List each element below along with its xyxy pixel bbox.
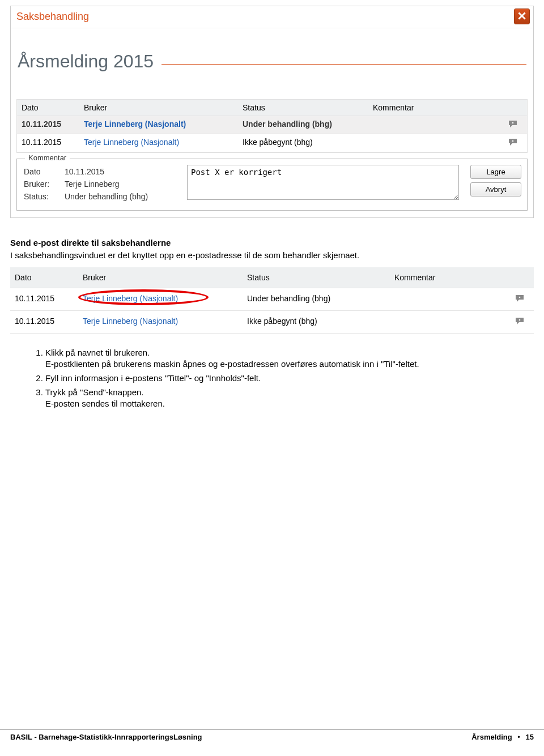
svg-point-1	[512, 140, 514, 142]
row-status: Under behandling (bhg)	[243, 288, 390, 311]
row-date: 10.11.2015	[10, 288, 78, 311]
col-header-comment: Kommentar	[368, 100, 499, 116]
comment-panel-legend: Kommentar	[25, 153, 70, 162]
table-row[interactable]: 10.11.2015 Terje Linneberg (Nasjonalt) I…	[10, 311, 534, 334]
row-date: 10.11.2015	[17, 134, 79, 152]
page-title: Årsmelding 2015	[18, 51, 162, 72]
section-heading: Send e-post direkte til saksbehandlerne	[10, 237, 534, 249]
row-user-link[interactable]: Terje Linneberg (Nasjonalt)	[83, 317, 178, 326]
row-user-cell: Terje Linneberg (Nasjonalt)	[78, 311, 243, 334]
instruction-main: Fyll inn informasjon i e-postens "Tittel…	[45, 373, 261, 383]
col-header-comment: Kommentar	[390, 267, 505, 288]
grid-screenshot: Dato Bruker Status Kommentar 10.11.2015 …	[10, 267, 534, 334]
page-title-divider	[162, 64, 526, 65]
instruction-item: Trykk på "Send"-knappen. E-posten sendes…	[45, 387, 527, 410]
instruction-item: Fyll inn informasjon i e-postens "Tittel…	[45, 373, 527, 385]
page-title-row: Årsmelding 2015	[11, 28, 533, 76]
row-comment	[368, 116, 499, 134]
table-row[interactable]: 10.11.2015 Terje Linneberg (Nasjonalt) U…	[17, 116, 527, 134]
svg-point-2	[519, 296, 521, 298]
row-comment-icon[interactable]	[499, 134, 527, 152]
save-button[interactable]: Lagre	[470, 165, 521, 179]
svg-point-3	[519, 319, 521, 321]
status-grid: Dato Bruker Status Kommentar 10.11.2015 …	[16, 99, 528, 153]
row-comment-icon[interactable]	[505, 311, 534, 334]
svg-point-0	[512, 122, 514, 124]
speech-bubble-icon	[515, 317, 524, 327]
col-header-user: Bruker	[79, 100, 238, 116]
speech-bubble-icon	[508, 119, 517, 130]
row-date: 10.11.2015	[10, 311, 78, 334]
footer-right: Årsmelding • 15	[471, 733, 534, 741]
instruction-main: Klikk på navnet til brukeren.	[45, 348, 150, 357]
speech-bubble-icon	[508, 138, 517, 148]
row-comment-icon[interactable]	[505, 288, 534, 311]
app-window: Saksbehandling Årsmelding 2015 Dato Bruk…	[10, 6, 534, 218]
comment-meta: Dato 10.11.2015 Bruker: Terje Linneberg …	[23, 165, 176, 203]
instruction-main: Trykk på "Send"-knappen.	[45, 387, 144, 397]
footer-section: Årsmelding	[471, 733, 512, 741]
footer-page: 15	[526, 733, 534, 741]
row-user-link[interactable]: Terje Linneberg (Nasjonalt)	[79, 134, 238, 152]
col-header-status: Status	[243, 267, 390, 288]
close-icon	[518, 12, 526, 22]
col-header-date: Dato	[17, 100, 79, 116]
row-comment	[368, 134, 499, 152]
bullet-icon: •	[517, 733, 520, 741]
instructions: Klikk på navnet til brukeren. E-postklie…	[0, 343, 544, 410]
row-status: Under behandling (bhg)	[238, 116, 368, 134]
meta-status-label: Status:	[24, 191, 63, 202]
speech-bubble-icon	[515, 294, 524, 305]
instruction-sub: E-posten sendes til mottakeren.	[45, 399, 165, 408]
footer-left: BASIL - Barnehage-Statistikk-Innrapporte…	[10, 733, 202, 741]
cancel-button[interactable]: Avbryt	[470, 182, 521, 197]
col-header-status: Status	[238, 100, 368, 116]
body-text: Send e-post direkte til saksbehandlerne …	[0, 229, 544, 262]
grid2-header: Dato Bruker Status Kommentar	[10, 267, 534, 288]
meta-user-value: Terje Linneberg	[65, 178, 152, 190]
row-comment	[390, 288, 505, 311]
comment-textarea[interactable]	[187, 165, 459, 200]
instruction-sub: E-postklienten på brukerens maskin åpnes…	[45, 359, 419, 369]
table-row[interactable]: 10.11.2015 Terje Linneberg (Nasjonalt) U…	[10, 288, 534, 311]
app-header-title: Saksbehandling	[16, 11, 89, 23]
row-status: Ikke påbegynt (bhg)	[243, 311, 390, 334]
row-user-cell: Terje Linneberg (Nasjonalt)	[78, 288, 243, 311]
row-comment-icon[interactable]	[499, 116, 527, 134]
col-header-date: Dato	[10, 267, 78, 288]
meta-user-label: Bruker:	[24, 178, 63, 190]
meta-status-value: Under behandling (bhg)	[65, 191, 152, 202]
instruction-item: Klikk på navnet til brukeren. E-postklie…	[45, 347, 527, 370]
meta-date-label: Dato	[24, 166, 63, 177]
row-date[interactable]: 10.11.2015	[17, 116, 79, 134]
col-header-icon	[505, 267, 534, 288]
close-button[interactable]	[514, 8, 530, 24]
grid-header: Dato Bruker Status Kommentar	[17, 100, 527, 116]
section-paragraph: I saksbehandlingsvinduet er det knyttet …	[10, 250, 534, 261]
table-row[interactable]: 10.11.2015 Terje Linneberg (Nasjonalt) I…	[17, 134, 527, 152]
meta-date-value: 10.11.2015	[65, 166, 152, 177]
col-header-user: Bruker	[78, 267, 243, 288]
row-user-link[interactable]: Terje Linneberg (Nasjonalt)	[83, 294, 178, 303]
row-comment	[390, 311, 505, 334]
app-header: Saksbehandling	[11, 6, 533, 28]
row-status: Ikke påbegynt (bhg)	[238, 134, 368, 152]
comment-panel: Kommentar Dato 10.11.2015 Bruker: Terje …	[16, 159, 528, 211]
col-header-icon	[499, 100, 527, 116]
page-footer: BASIL - Barnehage-Statistikk-Innrapporte…	[0, 729, 544, 741]
row-user-link[interactable]: Terje Linneberg (Nasjonalt)	[79, 116, 238, 134]
